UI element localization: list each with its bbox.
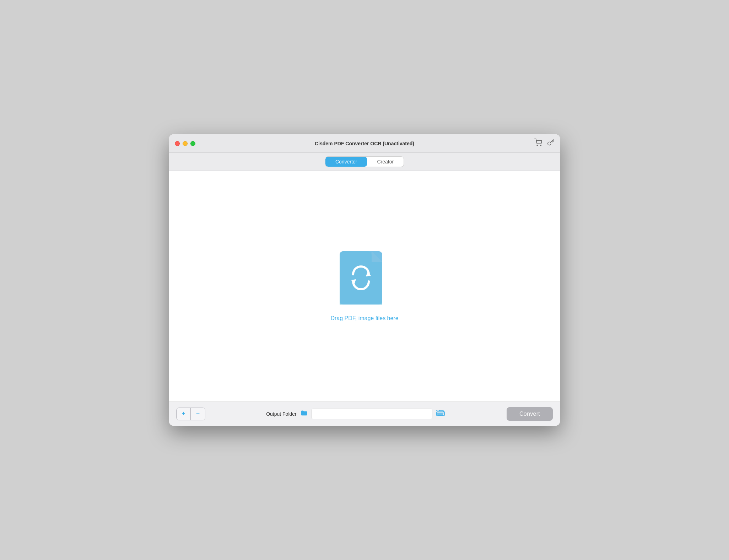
add-remove-group: + − xyxy=(176,408,205,420)
window-title: Cisdem PDF Converter OCR (Unactivated) xyxy=(315,141,414,146)
output-folder-label: Output Folder xyxy=(266,411,297,417)
titlebar-actions xyxy=(534,139,554,148)
app-window: Cisdem PDF Converter OCR (Unactivated) C… xyxy=(169,134,560,426)
cart-icon[interactable] xyxy=(534,139,542,148)
titlebar: Cisdem PDF Converter OCR (Unactivated) xyxy=(169,134,560,153)
tab-creator[interactable]: Creator xyxy=(367,157,404,167)
file-convert-icon xyxy=(340,251,389,308)
main-content: Drag PDF, image files here xyxy=(169,171,560,402)
close-button[interactable] xyxy=(175,141,180,146)
folder-icon xyxy=(300,409,308,419)
tab-converter[interactable]: Converter xyxy=(325,157,367,167)
output-folder-section: Output Folder xyxy=(211,409,501,419)
key-icon[interactable] xyxy=(547,139,554,148)
tab-group: Converter Creator xyxy=(325,156,404,167)
output-path-input[interactable] xyxy=(312,409,432,419)
traffic-lights xyxy=(175,141,195,146)
drop-area[interactable]: Drag PDF, image files here xyxy=(330,251,398,322)
bottombar: + − Output Folder Convert xyxy=(169,402,560,426)
svg-point-0 xyxy=(537,145,538,146)
drop-label: Drag PDF, image files here xyxy=(330,315,398,322)
svg-point-1 xyxy=(540,145,541,146)
svg-rect-7 xyxy=(340,251,382,305)
add-button[interactable]: + xyxy=(177,408,191,420)
remove-button[interactable]: − xyxy=(191,408,205,420)
maximize-button[interactable] xyxy=(190,141,195,146)
convert-button[interactable]: Convert xyxy=(507,407,553,421)
folder-open-icon[interactable] xyxy=(436,409,446,419)
tabbar: Converter Creator xyxy=(169,153,560,171)
minimize-button[interactable] xyxy=(183,141,188,146)
